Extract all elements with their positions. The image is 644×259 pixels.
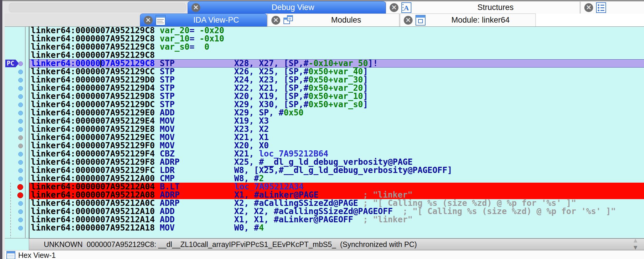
bottom-tab-bar: Hex View-1 (5, 250, 644, 259)
enums-icon (596, 2, 606, 13)
tab-debug-view[interactable]: ✕ Debug View (188, 1, 386, 14)
tab-label: Hex View-1 (18, 251, 56, 259)
nav-dot[interactable] (18, 209, 23, 214)
listing-line[interactable]: linker64:0000007A952129DC STP X29, X30, … (29, 100, 644, 109)
listing-line[interactable]: linker64:0000007A952129F8 ADRP X25, #__d… (29, 158, 644, 166)
tab-module-linker64[interactable]: ✕ Module: linker64 (400, 14, 536, 26)
tab-bar-views: ✕ IDA View-PC ✕ Modules ✕ Module: linker… (5, 14, 644, 26)
app-window: ✕ Debug View ✕ A Structures ✕ ✕ IDA View… (2, 0, 644, 259)
close-icon[interactable]: ✕ (390, 3, 398, 12)
jump-arrow-line (10, 183, 11, 245)
listing-line[interactable]: linker64:0000007A952129D4 STP X22, X21, … (29, 84, 644, 92)
status-bar: UNKNOWN 0000007A952129C8: __dl__ZL10call… (29, 238, 644, 250)
gutter-bottom (5, 238, 29, 250)
listing-line[interactable]: linker64:0000007A952129D0 STP X24, X23, … (29, 76, 644, 84)
tab-label: Modules (293, 16, 399, 25)
nav-dot[interactable] (18, 144, 23, 148)
listing-line[interactable]: linker64:0000007A95212A18 MOV W0, #4 (29, 224, 644, 232)
close-icon[interactable]: ✕ (144, 16, 153, 25)
structures-icon: A (401, 2, 411, 13)
modules-icon (283, 15, 293, 26)
tab-label: IDA View-PC (166, 16, 267, 25)
tab-label: Module: linker64 (426, 16, 535, 25)
tab-bar-top: ✕ Debug View ✕ A Structures ✕ (5, 1, 644, 14)
tab-modules[interactable]: ✕ Modules (268, 14, 399, 26)
tab-label: Structures (411, 3, 580, 12)
breakpoint-dot[interactable] (17, 184, 23, 190)
empty-tab-well (9, 3, 186, 12)
listing-line[interactable]: linker64:0000007A952129CC STP X26, X25, … (29, 68, 644, 76)
tab-hex-view-1[interactable]: Hex View-1 (6, 251, 56, 259)
svg-text:A: A (404, 4, 409, 12)
nav-dot[interactable] (18, 78, 23, 83)
nav-dot[interactable] (18, 201, 23, 206)
tab-ida-view-pc[interactable]: ✕ IDA View-PC (140, 14, 267, 26)
nav-dot[interactable] (18, 127, 23, 132)
tab-enums-truncated[interactable]: ✕ (580, 1, 644, 14)
nav-dot[interactable] (18, 152, 23, 157)
close-icon[interactable]: ✕ (271, 16, 280, 25)
close-icon[interactable]: ✕ (191, 3, 200, 12)
structures-pane-top (536, 14, 644, 26)
listing-line[interactable]: linker64:0000007A952129F4 CBZ X21, loc_7… (29, 150, 644, 158)
listing-line[interactable]: linker64:0000007A952129C8 var_20= -0x20 (29, 26, 644, 35)
tab-structures[interactable]: ✕ A Structures (386, 1, 580, 14)
listing-line[interactable]: linker64:0000007A95212A04 B.LT loc_7A952… (29, 183, 644, 191)
hex-view-icon (6, 251, 15, 259)
listing-line[interactable]: linker64:0000007A95212A0C ADRP X2, #aCal… (29, 199, 644, 207)
listing-line[interactable]: linker64:0000007A95212A08 ADRP X1, #aLin… (29, 191, 644, 199)
listing-line[interactable]: linker64:0000007A952129FC LDR W8, [X25,#… (29, 166, 644, 174)
listing-line[interactable]: linker64:0000007A952129E8 MOV X23, X2 (29, 125, 644, 133)
listing-line[interactable]: linker64:0000007A952129E0 ADD X29, SP, #… (29, 109, 644, 117)
nav-dot[interactable] (18, 70, 23, 74)
module-icon (416, 15, 426, 26)
listing-line[interactable]: linker64:0000007A952129C8 var_10= -0x10 (29, 35, 644, 43)
listing-line[interactable]: linker64:0000007A952129C8 (29, 51, 644, 59)
close-icon[interactable]: ✕ (584, 3, 593, 12)
nav-dot[interactable] (18, 86, 23, 91)
tab-label: Debug View (200, 3, 386, 12)
gutter-divider (25, 26, 26, 238)
listing-line[interactable]: linker64:0000007A952129D8 STP X20, X19, … (29, 92, 644, 100)
listing-line[interactable]: linker64:0000007A952129E4 MOV X19, X3 (29, 117, 644, 125)
scroll-up-arrow[interactable]: ▲ (632, 237, 639, 244)
disassembly-listing: linker64:0000007A952129C8 var_20= -0x20l… (29, 26, 644, 238)
listing-line[interactable]: linker64:0000007A95212A00 CMP W8, #2 (29, 174, 644, 183)
nav-dot[interactable] (18, 160, 23, 165)
ida-view-icon (156, 15, 166, 26)
nav-dot[interactable] (18, 111, 23, 115)
nav-dot[interactable] (18, 218, 23, 222)
nav-dot[interactable] (18, 94, 23, 99)
nav-dot[interactable] (18, 168, 23, 173)
breakpoint-dot[interactable] (17, 192, 23, 198)
listing-line[interactable]: linker64:0000007A95212A14 ADD X1, X1, #a… (29, 216, 644, 224)
listing-line[interactable]: linker64:0000007A952129F0 MOV X20, X0 (29, 142, 644, 150)
text-cursor (100, 60, 101, 67)
nav-dot[interactable] (18, 61, 23, 66)
nav-dot[interactable] (18, 119, 23, 124)
listing-line[interactable]: linker64:0000007A952129C8 var_s0= 0 (29, 43, 644, 51)
nav-dot[interactable] (18, 226, 23, 231)
listing-line[interactable]: linker64:0000007A95212A10 ADD X2, X2, #a… (29, 207, 644, 216)
nav-dot[interactable] (18, 176, 23, 181)
listing-line[interactable]: linker64:0000007A952129C8 STP X28, X27, … (29, 59, 644, 68)
nav-dot[interactable] (18, 102, 23, 107)
close-icon[interactable]: ✕ (404, 16, 413, 25)
nav-dot[interactable] (18, 135, 23, 140)
listing-line[interactable]: linker64:0000007A952129EC MOV X21, X1 (29, 133, 644, 142)
